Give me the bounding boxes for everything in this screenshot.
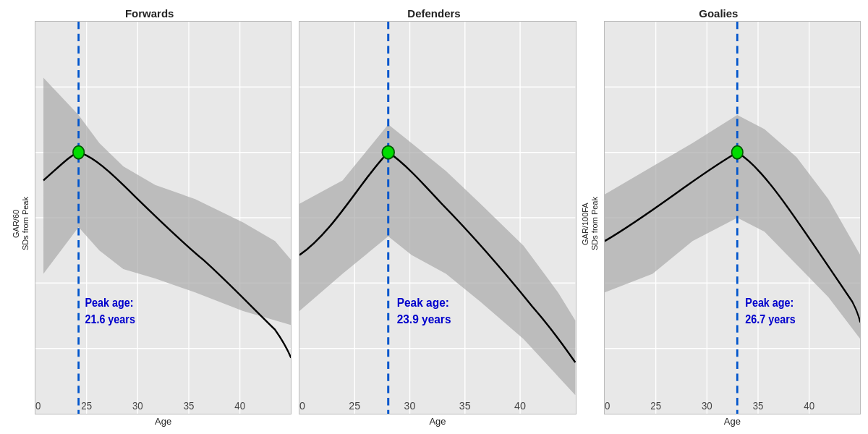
svg-text:25: 25 (349, 399, 361, 412)
charts-row: Forwards GAR/60SDs from Peak (7, 7, 861, 427)
svg-text:35: 35 (752, 399, 763, 412)
chart-goalies: Goalies GAR/100FASDs from Peak (576, 7, 861, 427)
defenders-svg: 0.5 0.0 -0.5 -1.0 -1.5 20 25 30 35 40 (299, 22, 575, 414)
svg-text:40: 40 (514, 399, 526, 412)
svg-text:20: 20 (605, 399, 610, 412)
svg-text:26.7 years: 26.7 years (745, 312, 796, 326)
svg-point-62 (731, 146, 742, 159)
svg-text:30: 30 (404, 399, 416, 412)
svg-text:20: 20 (35, 399, 41, 412)
goalies-svg: 0.5 0.0 -0.5 -1.0 -1.5 20 25 30 35 40 (605, 22, 860, 414)
svg-text:40: 40 (804, 399, 814, 412)
goalies-chart-area: 0.5 0.0 -0.5 -1.0 -1.5 20 25 30 35 40 (604, 21, 861, 414)
defenders-x-label: Age (299, 416, 576, 427)
goalies-x-label: Age (604, 416, 861, 427)
chart-defenders: Defenders (292, 7, 576, 427)
svg-point-12 (73, 146, 84, 159)
goalies-y-label: GAR/100FASDs from Peak (576, 21, 604, 427)
forwards-title: Forwards (125, 7, 174, 20)
svg-text:25: 25 (650, 399, 661, 412)
svg-text:30: 30 (702, 399, 712, 412)
forwards-y-label: GAR/60SDs from Peak (7, 21, 35, 427)
goalies-inner: GAR/100FASDs from Peak (576, 21, 861, 427)
forwards-chart-area: 0.5 0.0 -0.5 -1.0 -1.5 20 25 30 35 40 (35, 21, 292, 414)
goalies-title: Goalies (699, 7, 738, 20)
main-container: Forwards GAR/60SDs from Peak (0, 0, 868, 434)
defenders-chart-area: 0.5 0.0 -0.5 -1.0 -1.5 20 25 30 35 40 (299, 21, 576, 414)
svg-text:23.9 years: 23.9 years (397, 312, 451, 326)
chart-forwards: Forwards GAR/60SDs from Peak (7, 7, 292, 427)
svg-text:21.6 years: 21.6 years (85, 312, 135, 326)
svg-text:20: 20 (299, 399, 305, 412)
forwards-inner: GAR/60SDs from Peak (7, 21, 292, 427)
svg-point-37 (383, 146, 395, 159)
svg-text:40: 40 (234, 399, 245, 412)
svg-text:Peak age:: Peak age: (745, 296, 793, 309)
svg-text:35: 35 (184, 399, 195, 412)
svg-text:Peak age:: Peak age: (85, 296, 133, 309)
forwards-svg: 0.5 0.0 -0.5 -1.0 -1.5 20 25 30 35 40 (35, 22, 291, 414)
defenders-title: Defenders (407, 7, 460, 20)
svg-text:25: 25 (81, 399, 92, 412)
svg-text:30: 30 (132, 399, 143, 412)
defenders-inner: 0.5 0.0 -0.5 -1.0 -1.5 20 25 30 35 40 (292, 21, 576, 427)
svg-text:Peak age:: Peak age: (397, 295, 449, 309)
svg-text:35: 35 (459, 399, 471, 412)
forwards-x-label: Age (35, 416, 292, 427)
